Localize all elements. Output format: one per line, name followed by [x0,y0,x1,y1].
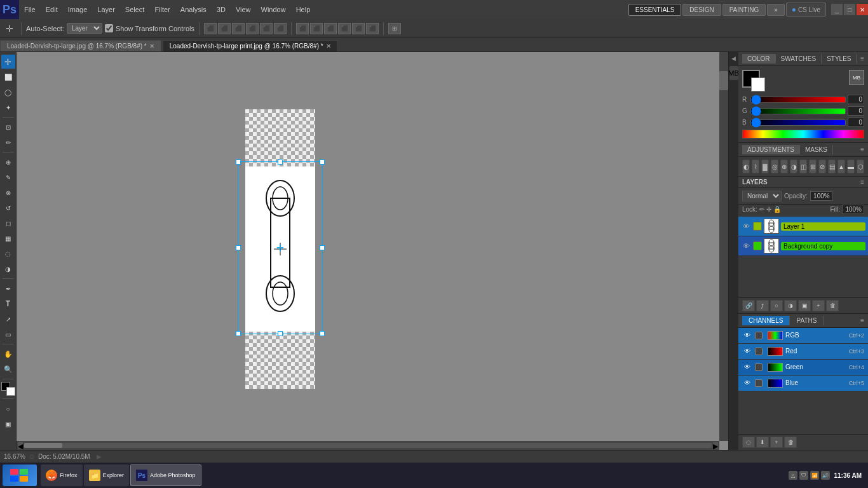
ws-more[interactable]: » [767,4,785,16]
layer-bg-eye[interactable]: 👁 [741,241,751,251]
adj-photofilter[interactable]: ◫ [799,159,807,173]
layer-group-btn[interactable]: ▣ [798,300,811,311]
align-left[interactable]: ⬛ [204,23,217,34]
auto-align-btn[interactable]: ⊞ [388,23,401,34]
handle-tr[interactable] [320,159,325,165]
tool-gradient[interactable]: ▦ [1,231,15,245]
bg-swatch[interactable] [751,78,765,92]
channel-green[interactable]: 👁 Green Ctrl+4 [738,360,868,376]
menu-help[interactable]: Help [291,0,316,19]
lock-all-icon[interactable]: 🔒 [773,206,781,213]
lock-pos-icon[interactable]: ✛ [766,206,771,213]
adj-huesat[interactable]: ◎ [771,159,778,173]
ws-painting[interactable]: PAINTING [722,4,766,16]
align-bottom[interactable]: ⬛ [274,23,287,34]
align-right[interactable]: ⬛ [232,23,245,34]
layers-options[interactable]: ≡ [860,179,864,186]
canvas-area[interactable]: ✛ ◀ ▶ [17,52,728,450]
menu-file[interactable]: File [19,0,41,19]
g-slider[interactable] [750,108,846,114]
ws-design[interactable]: DESIGN [682,4,721,16]
lock-pixels-icon[interactable]: ✏ [759,206,764,213]
close-btn[interactable]: ✕ [857,4,868,15]
tool-clone[interactable]: ⊗ [1,186,15,200]
tool-dodge[interactable]: ◑ [1,262,15,276]
layer-link-btn[interactable]: 🔗 [742,300,755,311]
ch-save[interactable]: ⬇ [756,437,769,448]
channel-red[interactable]: 👁 Red Ctrl+3 [738,344,868,360]
adj-brightness[interactable]: ◐ [742,159,750,173]
ch-tab-paths[interactable]: PATHS [790,316,824,325]
menu-view[interactable]: View [231,0,256,19]
menu-layer[interactable]: Layer [92,0,120,19]
start-button[interactable] [3,464,37,486]
color-panel-header[interactable]: COLOR SWATCHES STYLES ≡ [738,52,868,66]
ch-red-eye[interactable]: 👁 [742,346,752,356]
channel-blue[interactable]: 👁 Blue Ctrl+5 [738,376,868,391]
dist-right[interactable]: ⬛ [324,23,337,34]
b-slider[interactable] [750,119,846,126]
tab-1[interactable]: Loaded-Dervish-tp-large.jpg @ 16.7% (RGB… [0,40,161,51]
handle-mr[interactable] [320,245,325,250]
dist-left[interactable]: ⬛ [296,23,309,34]
tool-marquee[interactable]: ⬜ [1,70,15,84]
align-top[interactable]: ⬛ [246,23,259,34]
taskbar-photoshop[interactable]: Ps Adobe Photoshop [130,464,201,486]
blend-mode-select[interactable]: Normal Multiply Screen [742,191,782,201]
ch-dotted-circle[interactable]: ◌ [742,437,755,448]
hscroll-track[interactable] [24,443,712,448]
show-transform-checkbox[interactable] [105,24,113,32]
adj-colorbal[interactable]: ⊕ [780,159,788,173]
layer-style-btn[interactable]: ƒ [756,300,769,311]
maximize-btn[interactable]: □ [844,4,855,15]
color-spectrum[interactable] [742,130,864,139]
taskbar-firefox[interactable]: 🦊 Firefox [41,464,83,486]
ch-new[interactable]: + [770,437,783,448]
ch-tab-channels[interactable]: CHANNELS [742,316,790,325]
tool-lasso[interactable]: ◯ [1,85,15,99]
layer-mask-btn[interactable]: ○ [770,300,783,311]
adj-invert[interactable]: ⊘ [818,159,826,173]
menu-filter[interactable]: Filter [149,0,175,19]
cs-live-btn[interactable]: ● CS Live [786,3,826,17]
tool-blur[interactable]: ◌ [1,247,15,261]
layer-delete-btn[interactable]: 🗑 [826,300,839,311]
ch-green-eye[interactable]: 👁 [742,362,752,372]
adj-bw[interactable]: ◑ [790,159,797,173]
adj-channelmix[interactable]: ⊞ [809,159,817,173]
color-panel-options[interactable]: ≡ [860,55,864,62]
adj-posterize[interactable]: ▤ [828,159,836,173]
status-icon[interactable]: ⊙ [29,453,34,460]
color-swatch[interactable] [1,382,15,396]
tab-2-close[interactable]: ✕ [326,43,331,50]
handle-br[interactable] [320,331,325,336]
ch-panel-options[interactable]: ≡ [860,317,864,324]
tool-pen[interactable]: ✒ [1,281,15,295]
tool-quick-select[interactable]: ✦ [1,100,15,114]
ch-blue-eye[interactable]: 👁 [742,378,752,388]
tool-shape[interactable]: ▭ [1,327,15,341]
status-arrow[interactable]: ▶ [97,453,102,460]
tab-1-close[interactable]: ✕ [149,43,154,50]
adj-threshold[interactable]: ▲ [837,159,845,173]
bg-color[interactable] [6,387,15,396]
ws-essentials[interactable]: ESSENTIALS [628,4,682,16]
align-center-h[interactable]: ⬛ [218,23,231,34]
tab-adjustments[interactable]: ADJUSTMENTS [742,145,800,154]
fill-input[interactable] [842,205,864,214]
adj-curves[interactable]: ⌇ [752,159,759,173]
r-slider[interactable] [750,97,846,103]
auto-select-dropdown[interactable]: Layer Group [67,23,102,34]
tool-eraser[interactable]: ◻ [1,216,15,230]
menu-analysis[interactable]: Analysis [175,0,212,19]
channel-rgb[interactable]: 👁 RGB Ctrl+2 [738,328,868,344]
dist-v[interactable]: ⬛ [352,23,365,34]
tool-move[interactable]: ✛ [1,55,15,69]
handle-bl[interactable] [236,331,241,336]
tab-2[interactable]: Loaded-Dervish-tp-large print.jpg @ 16.7… [163,40,338,51]
tab-color[interactable]: COLOR [742,54,776,64]
menu-select[interactable]: Select [120,0,150,19]
handle-ml[interactable] [236,245,241,250]
layer-new-btn[interactable]: + [812,300,825,311]
dist-h[interactable]: ⬛ [310,23,323,34]
